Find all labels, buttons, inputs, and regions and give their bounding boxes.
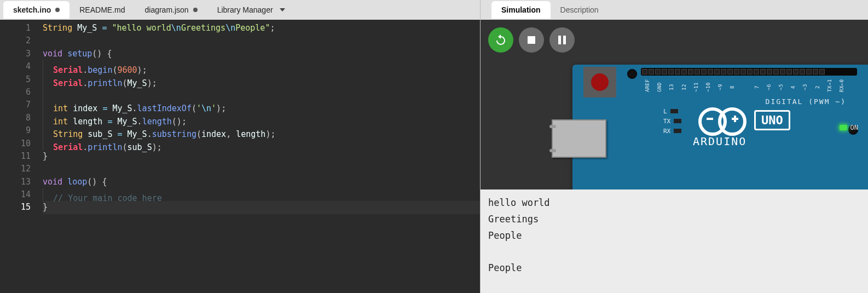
led-icon: [674, 119, 681, 123]
modified-dot-icon: [55, 8, 60, 12]
arduino-logo: UNO: [698, 107, 790, 133]
power-indicator: ON: [840, 124, 858, 131]
restart-button[interactable]: [488, 27, 513, 53]
sim-tab[interactable]: Simulation: [491, 1, 551, 19]
tab-label: sketch.ino: [13, 5, 51, 14]
arduino-board[interactable]: AREFGND1312~11~10~987~6~54~32TX→1RX←0 DI…: [572, 65, 868, 189]
editor-tab[interactable]: README.md: [70, 1, 135, 19]
stop-button[interactable]: [519, 27, 544, 53]
digital-header[interactable]: [641, 68, 857, 76]
simulation-panel: SimulationDescription AREFGND1312~11~10~: [480, 0, 868, 293]
code-line[interactable]: String My_S = "hello world\nGreetings\nP…: [43, 22, 480, 35]
code-line[interactable]: Serial.begin(9600);: [43, 60, 480, 73]
stop-icon: [528, 36, 535, 44]
line-gutter: 123456789101112131415: [0, 22, 43, 293]
code-line[interactable]: int index = My_S.lastIndexOf('\n');: [43, 99, 480, 111]
code-line[interactable]: String sub_S = My_S.substring(index, len…: [43, 124, 480, 137]
led-icon: [670, 109, 678, 113]
indicator-leds: LTXRX: [663, 106, 681, 136]
reset-button[interactable]: [591, 73, 609, 91]
restart-icon: [494, 33, 507, 47]
power-label: ON: [850, 124, 858, 131]
code-line[interactable]: int length = My_S.length();: [43, 112, 480, 124]
sim-controls: [488, 27, 575, 53]
pause-button[interactable]: [549, 27, 575, 53]
simulation-canvas[interactable]: AREFGND1312~11~10~987~6~54~32TX→1RX←0 DI…: [481, 20, 868, 189]
tab-label: diagram.json: [144, 5, 188, 14]
code-line[interactable]: void loop() {: [43, 176, 480, 188]
editor-panel: sketch.inoREADME.mddiagram.jsonLibrary M…: [0, 0, 480, 293]
code-area[interactable]: String My_S = "hello world\nGreetings\nP…: [43, 22, 480, 293]
modified-dot-icon: [193, 8, 198, 12]
sim-tab[interactable]: Description: [551, 1, 609, 19]
editor-tab[interactable]: Library Manager: [207, 1, 295, 19]
code-line[interactable]: // Your main code here: [43, 188, 480, 201]
simulation-tab-bar: SimulationDescription: [481, 0, 868, 20]
editor-tab[interactable]: sketch.ino: [3, 1, 70, 19]
brand-label: ARDUINO: [693, 135, 747, 148]
chevron-down-icon: [280, 8, 285, 12]
editor-tab[interactable]: diagram.json: [135, 1, 207, 19]
reset-block: [583, 67, 616, 97]
code-editor[interactable]: 123456789101112131415 String My_S = "hel…: [0, 20, 480, 293]
mount-hole: [627, 69, 637, 79]
usb-port: [552, 119, 606, 158]
infinity-icon: [698, 107, 747, 133]
code-line[interactable]: [43, 35, 480, 47]
code-line[interactable]: Serial.println(My_S);: [43, 73, 480, 86]
code-line[interactable]: void setup() {: [43, 48, 480, 60]
tab-label: README.md: [79, 5, 125, 14]
power-led-icon: [840, 125, 847, 130]
digital-pin-labels: AREFGND1312~11~10~987~6~54~32TX→1RX←0: [643, 84, 847, 90]
tab-label: Library Manager: [217, 5, 273, 14]
editor-tab-bar: sketch.inoREADME.mddiagram.jsonLibrary M…: [0, 0, 480, 20]
serial-monitor[interactable]: hello world Greetings People People: [481, 189, 868, 293]
code-line[interactable]: [43, 163, 480, 175]
pause-icon: [558, 36, 566, 44]
model-label: UNO: [754, 110, 790, 130]
led-icon: [674, 129, 681, 133]
digital-section-label: DIGITAL (PWM ~): [766, 97, 846, 106]
